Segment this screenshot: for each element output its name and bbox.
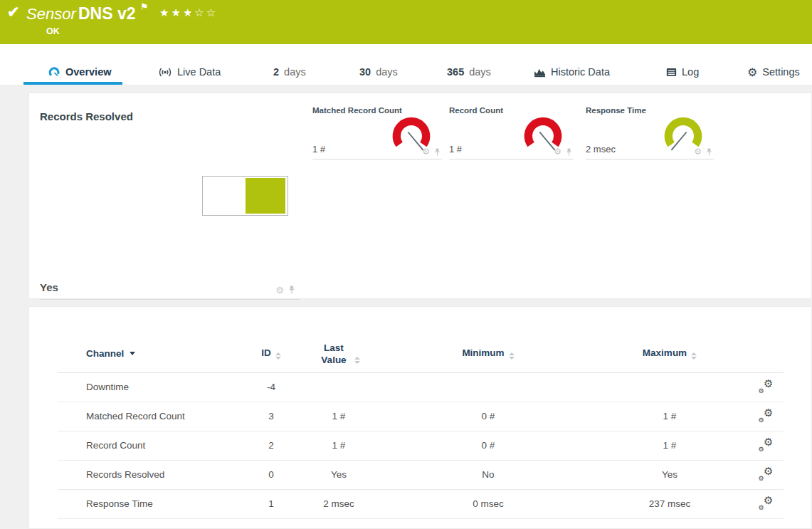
channel-actions-cell: ⚙⚙ — [748, 460, 784, 489]
flag-icon[interactable]: ⚑ — [140, 1, 149, 12]
gauge-value: 2 msec — [586, 144, 616, 154]
channel-maximum-cell: 237 msec — [591, 489, 748, 518]
channel-settings-gears-icon[interactable]: ⚙⚙ — [759, 438, 774, 451]
column-header-last-value[interactable]: Last Value — [292, 335, 385, 372]
channel-table-card: Channel ID Last Value Minimum Maximum — [28, 306, 812, 529]
overview-card: Records Resolved Yes ⚙ Matched Record Co… — [28, 93, 812, 299]
column-header-minimum[interactable]: Minimum — [385, 335, 591, 372]
tab-overview[interactable]: Overview — [48, 63, 112, 81]
channel-minimum-cell: 0 # — [385, 402, 591, 431]
tab-2-days-number: 2 — [273, 66, 279, 78]
tab-log-label: Log — [682, 66, 699, 78]
channel-table-body: Downtime -4 ⚙⚙ Matched Record Count 3 1 … — [58, 372, 784, 518]
gauge-value: 1 # — [312, 144, 325, 154]
panel-gear-icon[interactable]: ⚙ — [554, 147, 561, 157]
column-header-channel[interactable]: Channel — [58, 335, 250, 372]
column-header-channel-label: Channel — [86, 348, 124, 359]
channel-settings-gears-icon[interactable]: ⚙⚙ — [759, 496, 774, 510]
channel-name-cell: Record Count — [58, 431, 250, 460]
channel-minimum-cell: No — [385, 460, 591, 489]
tab-historic-data[interactable]: Historic Data — [534, 63, 610, 81]
channel-maximum-cell — [591, 372, 748, 402]
tab-log[interactable]: Log — [666, 63, 699, 81]
panel-gear-icon[interactable]: ⚙ — [694, 147, 702, 157]
ok-check-icon: ✔ — [7, 4, 20, 21]
channel-maximum-cell: 1 # — [591, 402, 748, 431]
column-header-last-value-label: Last Value — [317, 342, 350, 366]
pin-icon[interactable] — [706, 148, 712, 157]
active-tab-underline — [23, 82, 122, 85]
column-header-maximum[interactable]: Maximum — [591, 335, 748, 372]
records-resolved-panel: Records Resolved Yes ⚙ — [40, 103, 300, 300]
sensor-type-label: Sensor — [26, 5, 76, 23]
channel-settings-gears-icon[interactable]: ⚙⚙ — [759, 467, 774, 481]
panel-gear-icon[interactable]: ⚙ — [275, 286, 284, 295]
tab-365-days[interactable]: 365 days — [447, 63, 491, 81]
records-resolved-indicator-fill — [246, 178, 286, 214]
channel-name-cell: Downtime — [58, 372, 250, 402]
records-resolved-indicator — [202, 176, 288, 216]
tab-30-days-number: 30 — [359, 66, 371, 78]
tab-historic-data-label: Historic Data — [551, 66, 610, 78]
channel-maximum-cell: 1 # — [591, 431, 748, 460]
channel-last-value-cell: Yes — [292, 460, 385, 489]
column-header-minimum-label: Minimum — [462, 347, 504, 358]
gauge-value: 1 # — [449, 144, 462, 154]
gauge-title: Matched Record Count — [312, 106, 402, 115]
column-header-actions — [748, 335, 784, 372]
gauge-panel-record-count: Record Count 1 # ⚙ — [449, 103, 574, 159]
tab-365-days-number: 365 — [447, 66, 464, 78]
channel-last-value-cell: 1 # — [292, 402, 385, 431]
records-resolved-title: Records Resolved — [40, 110, 133, 122]
live-data-icon — [158, 67, 172, 78]
sort-arrows-icon — [354, 357, 360, 364]
channel-actions-cell: ⚙⚙ — [748, 489, 784, 518]
channel-table: Channel ID Last Value Minimum Maximum — [58, 335, 784, 519]
tab-30-days-unit: days — [376, 66, 398, 78]
channel-maximum-cell: Yes — [591, 460, 748, 489]
pin-icon[interactable] — [434, 148, 441, 157]
panel-gear-icon[interactable]: ⚙ — [422, 147, 430, 157]
channel-id-cell: 3 — [250, 402, 292, 431]
tab-live-data[interactable]: Live Data — [158, 63, 221, 81]
channel-settings-gears-icon[interactable]: ⚙⚙ — [759, 379, 774, 393]
tab-30-days[interactable]: 30 days — [359, 63, 398, 81]
pin-icon[interactable] — [566, 148, 572, 157]
channel-settings-gears-icon[interactable]: ⚙⚙ — [759, 409, 774, 422]
sensor-overview-page: ✔ Sensor DNS v2 ⚑ ★★★☆☆ OK Overview Live… — [0, 0, 812, 529]
column-header-id[interactable]: ID — [250, 335, 292, 372]
column-header-id-label: ID — [261, 347, 271, 358]
log-list-icon — [666, 68, 677, 77]
channel-name-cell: Records Resolved — [58, 460, 250, 489]
channel-actions-cell: ⚙⚙ — [748, 372, 784, 402]
pin-icon[interactable] — [288, 286, 295, 295]
gauge-title: Response Time — [586, 106, 646, 115]
channel-id-cell: -4 — [250, 372, 292, 402]
sensor-status-text: OK — [46, 26, 60, 36]
sensor-status-bar: ✔ Sensor DNS v2 ⚑ ★★★☆☆ OK — [0, 0, 812, 44]
tab-settings-label: Settings — [762, 66, 799, 78]
priority-stars[interactable]: ★★★☆☆ — [159, 6, 218, 19]
tab-settings[interactable]: ⚙ Settings — [747, 63, 800, 81]
gauge-panel-response-time: Response Time 2 msec ⚙ — [586, 103, 714, 159]
tab-365-days-unit: days — [469, 66, 491, 78]
records-resolved-value: Yes — [40, 281, 58, 293]
tab-bar: Overview Live Data 2 days 30 days 365 da… — [0, 44, 812, 85]
gauge-panel-matched-record-count: Matched Record Count 1 # ⚙ — [312, 103, 442, 159]
channel-id-cell: 1 — [250, 489, 292, 518]
tab-2-days-unit: days — [284, 66, 306, 78]
table-row: Matched Record Count 3 1 # 0 # 1 # ⚙⚙ — [58, 402, 784, 431]
column-header-maximum-label: Maximum — [643, 347, 687, 358]
tab-live-data-label: Live Data — [177, 66, 221, 78]
channel-name-cell: Response Time — [58, 489, 250, 518]
channel-table-header: Channel ID Last Value Minimum Maximum — [58, 335, 784, 372]
table-row: Records Resolved 0 Yes No Yes ⚙⚙ — [58, 460, 784, 489]
channel-minimum-cell — [385, 372, 591, 402]
gauge-icon — [48, 66, 60, 78]
sort-arrows-icon — [275, 352, 281, 360]
tab-2-days[interactable]: 2 days — [273, 63, 306, 81]
channel-last-value-cell — [292, 372, 385, 402]
channel-minimum-cell: 0 msec — [385, 489, 591, 518]
gear-icon: ⚙ — [747, 66, 757, 79]
area-chart-icon — [534, 67, 546, 78]
